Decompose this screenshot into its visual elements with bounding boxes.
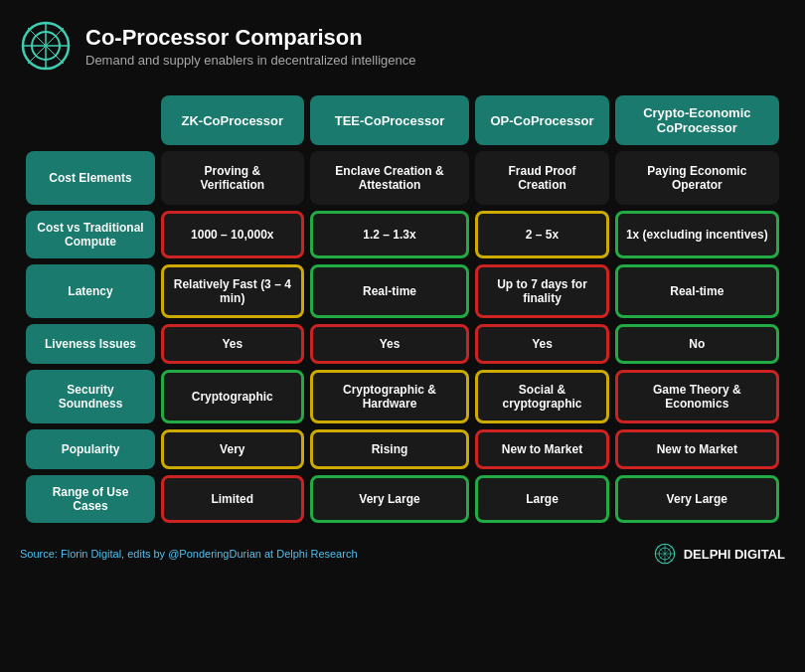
cell-r0-c1: Enclave Creation & Attestation — [310, 151, 470, 205]
cell-r0-c3: Paying Economic Operator — [615, 151, 779, 205]
page-header: Co-Processor Comparison Demand and suppl… — [20, 20, 785, 72]
comparison-table: ZK-CoProcessor TEE-CoProcessor OP-CoProc… — [20, 89, 785, 529]
row-header-5: Popularity — [26, 429, 155, 469]
cell-r1-c3: 1x (excluding incentives) — [615, 211, 779, 258]
source-suffix: at Delphi Research — [261, 548, 358, 560]
cell-r3-c3: No — [615, 324, 779, 364]
col-header-op: OP-CoProcessor — [475, 95, 608, 145]
cell-r0-c2: Fraud Proof Creation — [475, 151, 608, 205]
brand-logo-icon — [654, 543, 676, 565]
cell-r2-c2: Up to 7 days for finality — [475, 264, 608, 318]
source-attribution: Source: Florin Digital, edits by @Ponder… — [20, 548, 358, 560]
cell-r6-c2: Large — [475, 475, 608, 523]
cell-r4-c0: Cryptographic — [161, 370, 304, 423]
cell-r0-c0: Proving & Verification — [161, 151, 304, 205]
page-subtitle: Demand and supply enablers in decentrali… — [85, 53, 415, 68]
cell-r5-c2: New to Market — [475, 429, 608, 469]
cell-r3-c0: Yes — [161, 324, 304, 364]
cell-r6-c3: Very Large — [615, 475, 779, 523]
cell-r2-c3: Real-time — [615, 264, 779, 318]
source-text: Source: Florin Digital, edits by — [20, 548, 168, 560]
cell-r1-c2: 2 – 5x — [475, 211, 608, 258]
row-header-4: Security Soundness — [26, 370, 155, 423]
brand-block: DELPHI DIGITAL — [654, 543, 785, 565]
cell-r2-c0: Relatively Fast (3 – 4 min) — [161, 264, 304, 318]
row-header-1: Cost vs Traditional Compute — [26, 211, 155, 258]
cell-r6-c0: Limited — [161, 475, 304, 523]
cell-r2-c1: Real-time — [310, 264, 470, 318]
col-header-crypto: Crypto-Economic CoProcessor — [615, 95, 779, 145]
header-text-block: Co-Processor Comparison Demand and suppl… — [85, 25, 415, 68]
cell-r4-c2: Social & cryptographic — [475, 370, 608, 423]
cell-r1-c1: 1.2 – 1.3x — [310, 211, 470, 258]
cell-r5-c1: Rising — [310, 429, 470, 469]
page-title: Co-Processor Comparison — [85, 25, 415, 51]
cell-r3-c2: Yes — [475, 324, 608, 364]
cell-r4-c3: Game Theory & Economics — [615, 370, 779, 423]
cell-r3-c1: Yes — [310, 324, 470, 364]
row-header-0: Cost Elements — [26, 151, 155, 205]
footer: Source: Florin Digital, edits by @Ponder… — [20, 543, 785, 565]
row-header-2: Latency — [26, 264, 155, 318]
row-header-3: Liveness Issues — [26, 324, 155, 364]
cell-r1-c0: 1000 – 10,000x — [161, 211, 304, 258]
delphi-logo-icon — [20, 20, 72, 72]
cell-r5-c3: New to Market — [615, 429, 779, 469]
col-header-zk: ZK-CoProcessor — [161, 95, 304, 145]
col-header-tee: TEE-CoProcessor — [310, 95, 470, 145]
cell-r4-c1: Cryptographic & Hardware — [310, 370, 470, 423]
brand-label: DELPHI DIGITAL — [684, 547, 785, 562]
source-link[interactable]: @PonderingDurian — [168, 548, 261, 560]
cell-r5-c0: Very — [161, 429, 304, 469]
comparison-table-container: ZK-CoProcessor TEE-CoProcessor OP-CoProc… — [20, 89, 785, 529]
cell-r6-c1: Very Large — [310, 475, 470, 523]
row-header-6: Range of Use Cases — [26, 475, 155, 523]
